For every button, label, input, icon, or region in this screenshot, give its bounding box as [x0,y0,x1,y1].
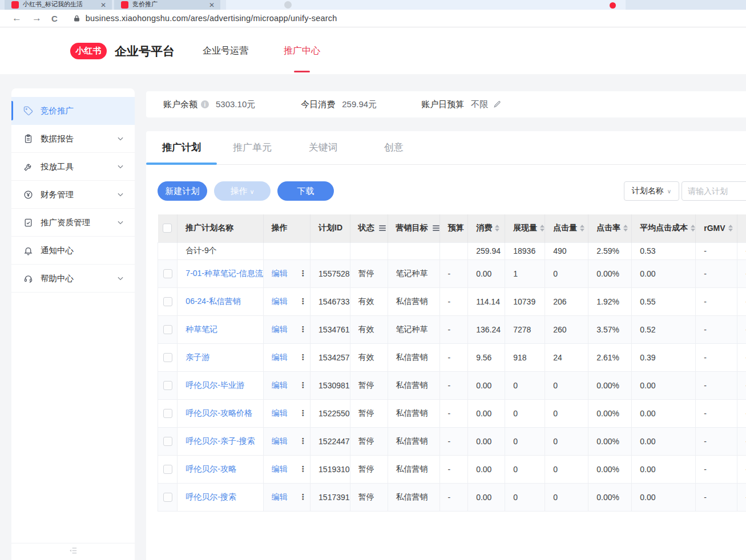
column-header-8[interactable]: 展现量 [505,214,545,242]
plan-search-input[interactable] [682,181,746,201]
sort-icon[interactable] [623,225,628,232]
status-cell: 暂停 [350,259,388,287]
column-header-6[interactable]: 预算 [439,214,468,242]
plan-name-link[interactable]: 呼伦贝尔-亲子-搜索 [186,436,255,445]
app-header: 小红书 企业号平台 企业号运营 推广中心 [0,27,746,74]
browser-tab-2[interactable]: 竞价推广 ✕ [114,0,220,10]
budget-cell: - [439,399,468,427]
forward-icon[interactable]: → [32,13,42,24]
column-header-4[interactable]: 状态 [350,214,388,242]
edit-link[interactable]: 编辑 [272,492,288,501]
report-icon [23,134,33,144]
row-checkbox[interactable] [163,381,172,390]
plan-name-link[interactable]: 06-24-私信营销 [186,297,240,306]
tab-1[interactable]: 推广计划 [146,131,217,164]
more-actions-icon[interactable]: ⋮ [299,380,307,389]
filter-icon[interactable] [433,225,439,231]
new-plan-button[interactable]: 新建计划 [158,181,207,201]
table-row: 呼伦贝尔-攻略编辑⋮1519310暂停私信营销-0.00000.00%0.00-… [158,455,746,483]
filter-icon[interactable] [379,225,386,231]
reload-icon[interactable]: C [51,14,58,23]
nav-item-operation[interactable]: 企业号运营 [203,28,248,74]
tab-4[interactable]: 创意 [358,131,429,164]
info-icon[interactable]: i [201,100,209,108]
row-checkbox[interactable] [163,353,172,362]
column-header-13[interactable] [737,214,746,242]
sidebar-item-2[interactable]: 数据报告 [11,125,135,153]
row-checkbox[interactable] [163,493,172,502]
browser-tab-1[interactable]: 小红书_标记我的生活 ✕ [5,0,112,10]
sidebar-item-3[interactable]: 投放工具 [11,153,135,181]
back-icon[interactable]: ← [12,13,22,24]
sort-icon[interactable] [580,225,584,232]
plan-id-cell: 1522550 [311,399,350,427]
more-actions-icon[interactable]: ⋮ [299,352,307,362]
ctr-cell: 0.00% [588,427,632,455]
column-header-1[interactable]: 推广计划名称 [178,214,263,242]
column-header-9[interactable]: 点击量 [545,214,588,242]
close-tab-icon[interactable]: ✕ [209,2,215,9]
actions-dropdown-button[interactable]: 操作∨ [214,181,271,201]
edit-budget-icon[interactable] [493,100,501,108]
nav-item-promotion-center[interactable]: 推广中心 [284,28,320,74]
column-header-12[interactable]: rGMV [696,214,737,242]
edit-link[interactable]: 编辑 [272,297,288,306]
more-actions-icon[interactable]: ⋮ [299,297,307,306]
column-header-7[interactable]: 消费 [468,214,505,242]
url-text[interactable]: business.xiaohongshu.com/ares/advertisin… [86,14,337,23]
edit-link[interactable]: 编辑 [272,380,288,389]
sidebar-item-5[interactable]: 推广资质管理 [11,209,135,237]
more-actions-icon[interactable]: ⋮ [299,492,307,501]
edit-link[interactable]: 编辑 [272,464,288,473]
browser-tab-active[interactable] [226,0,626,10]
column-header-2[interactable]: 操作 [263,214,310,242]
plan-name-link[interactable]: 呼伦贝尔-攻略 [186,464,236,473]
edit-link[interactable]: 编辑 [272,269,288,278]
filter-field-select[interactable]: 计划名称∨ [624,181,679,201]
sidebar-item-4[interactable]: 财务管理 [11,181,135,209]
edit-link[interactable]: 编辑 [272,408,288,417]
download-button[interactable]: 下载 [277,181,334,201]
row-checkbox[interactable] [163,437,172,446]
more-actions-icon[interactable]: ⋮ [299,408,307,417]
plan-name-link[interactable]: 呼伦贝尔-搜索 [186,492,236,501]
column-header-5[interactable]: 营销目标 [388,214,439,242]
sort-icon[interactable] [540,225,545,232]
sidebar-item-7[interactable]: 帮助中心 [11,265,135,293]
more-actions-icon[interactable]: ⋮ [299,269,307,278]
plan-name-link[interactable]: 亲子游 [186,352,209,362]
sidebar-item-1[interactable]: 竞价推广 [11,97,135,125]
column-header-10[interactable]: 点击率 [588,214,632,242]
close-tab-icon[interactable]: ✕ [100,2,106,9]
row-checkbox[interactable] [163,269,172,278]
row-checkbox[interactable] [163,297,172,306]
more-actions-icon[interactable]: ⋮ [299,464,307,473]
sort-icon[interactable] [495,225,499,232]
xiaohongshu-logo[interactable]: 小红书 [70,43,107,59]
row-checkbox[interactable] [163,409,172,418]
tab-3[interactable]: 关键词 [288,131,358,164]
edit-link[interactable]: 编辑 [272,352,288,362]
select-all-checkbox[interactable] [163,224,172,233]
sort-icon[interactable] [728,225,733,232]
plan-name-link[interactable]: 7-01-种草笔记-信息流 [186,269,263,278]
more-actions-icon[interactable]: ⋮ [299,324,307,334]
clicks-cell: 0 [545,483,588,511]
column-header-11[interactable]: 平均点击成本 [632,214,696,242]
more-actions-icon[interactable]: ⋮ [299,436,307,445]
row-checkbox-cell [158,259,178,287]
plan-name-link[interactable]: 种草笔记 [186,324,217,334]
column-header-3[interactable]: 计划ID [311,214,350,242]
collapse-sidebar-icon[interactable] [69,546,78,557]
tab-2[interactable]: 推广单元 [217,131,288,164]
row-checkbox[interactable] [163,325,172,334]
sidebar-item-6[interactable]: 通知中心 [11,237,135,265]
plan-name-link[interactable]: 呼伦贝尔-毕业游 [186,380,244,389]
edit-link[interactable]: 编辑 [272,436,288,445]
action-cell: 编辑⋮ [263,483,310,511]
edit-link[interactable]: 编辑 [272,324,288,334]
row-checkbox[interactable] [163,465,172,474]
plan-name-link[interactable]: 呼伦贝尔-攻略价格 [186,408,252,417]
sort-icon[interactable] [691,225,695,232]
lock-icon [73,15,80,22]
